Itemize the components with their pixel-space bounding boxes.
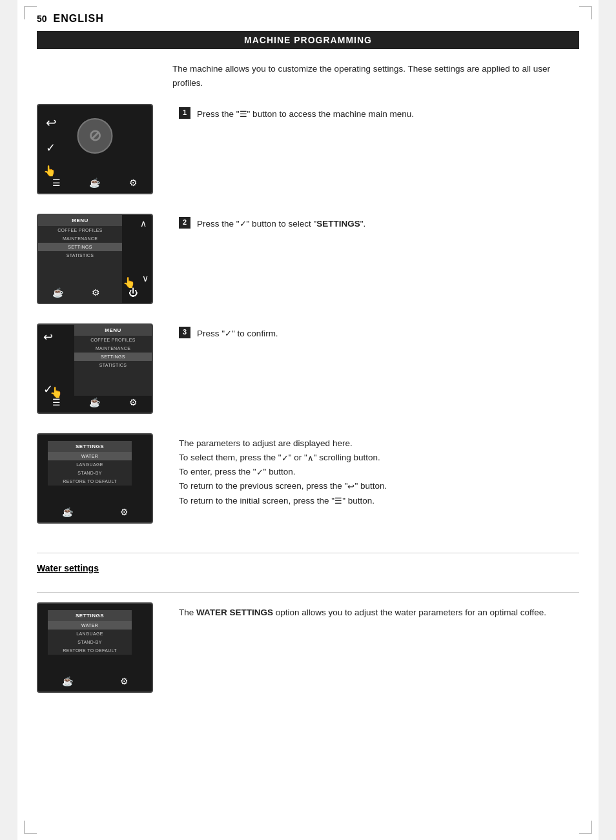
- scroll-up-icon: ∧: [140, 218, 147, 229]
- menu-item-settings: SETTINGS: [38, 243, 122, 251]
- screen2-bottom-icons: ☕ ⚙ ⏻: [38, 287, 152, 298]
- water-divider: [37, 553, 579, 553]
- step-2-row: MENU COFFEE PROFILES MAINTENANCE SETTING…: [37, 214, 579, 304]
- power-icon-2: ⏻: [128, 287, 138, 298]
- settings-restore-5: RESTORE TO DEFAULT: [48, 646, 132, 655]
- params-image: SETTINGS WATER LANGUAGE STAND-BY RESTORE…: [37, 433, 166, 524]
- water-settings-title: Water settings: [37, 563, 579, 573]
- settings-language-4: LANGUAGE: [48, 460, 132, 469]
- screen3-menu-panel: MENU COFFEE PROFILES MAINTENANCE SETTING…: [74, 325, 152, 396]
- menu-title: MENU: [38, 215, 122, 226]
- down-scroll-inline: ✓: [282, 451, 289, 465]
- params-line5: To return to the initial screen, press t…: [179, 494, 579, 508]
- water-settings-header: Water settings: [37, 563, 579, 577]
- screen4-settings-icon: ⚙: [120, 507, 128, 517]
- screen3-item-maintenance: MAINTENANCE: [74, 344, 152, 353]
- enter-checkmark-inline: ✓: [256, 466, 263, 479]
- settings-standby-5: STAND-BY: [48, 638, 132, 646]
- screen4-cup-icon: ☕: [62, 507, 73, 517]
- scroll-down-icon: ∨: [142, 273, 149, 283]
- screen5-bottom-icons: ☕ ⚙: [38, 676, 152, 686]
- corner-mark-tr: [579, 6, 592, 19]
- params-line2: To select them, press the "✓" or "∧" scr…: [179, 451, 579, 465]
- params-row: SETTINGS WATER LANGUAGE STAND-BY RESTORE…: [37, 433, 579, 524]
- params-line3: To enter, press the "✓" button.: [179, 465, 579, 479]
- down-arrow-icon-inline: ✓: [240, 218, 247, 231]
- screen1-bottom-icons: ☰ ☕ ⚙: [38, 178, 152, 188]
- screen3-settings-icon: ⚙: [129, 397, 138, 407]
- screen4-bottom-icons: ☕ ⚙: [38, 507, 152, 517]
- home-btn-inline: ☰: [334, 494, 342, 507]
- step-2-image: MENU COFFEE PROFILES MAINTENANCE SETTING…: [37, 214, 166, 304]
- settings-water-5: WATER: [48, 621, 132, 630]
- back-btn-inline: ↩: [347, 480, 354, 493]
- step-3-text: 3 Press "✓" to confirm.: [179, 323, 579, 341]
- step-number-1: 1: [179, 107, 190, 119]
- page-language: ENGLISH: [54, 13, 104, 25]
- screen3-menu-title: MENU: [74, 325, 152, 336]
- water-settings-text: The WATER SETTINGS option allows you to …: [179, 602, 579, 620]
- page-header: 50 ENGLISH: [37, 13, 579, 25]
- screen5-cup-icon: ☕: [62, 676, 73, 686]
- screen5-settings-icon: ⚙: [120, 676, 128, 686]
- screen4-device: SETTINGS WATER LANGUAGE STAND-BY RESTORE…: [37, 433, 153, 524]
- step-1-content: Press the "☰" button to access the machi…: [197, 107, 414, 121]
- screen2-device: MENU COFFEE PROFILES MAINTENANCE SETTING…: [37, 214, 153, 304]
- settings-language-5: LANGUAGE: [48, 630, 132, 638]
- settings-icon: ⚙: [129, 178, 138, 188]
- step-1-text: 1 Press the "☰" button to access the mac…: [179, 104, 579, 121]
- page-number: 50: [37, 14, 47, 24]
- settings-title-4: SETTINGS: [48, 441, 132, 452]
- screen3-item-coffee: COFFEE PROFILES: [74, 336, 152, 344]
- intro-text: The machine allows you to customize the …: [172, 62, 579, 91]
- checkmark-icon-inline: ✓: [225, 327, 232, 341]
- settings-bold-label: SETTINGS: [316, 219, 360, 229]
- menu-item-maintenance: MAINTENANCE: [38, 234, 122, 243]
- step-number-2: 2: [179, 217, 190, 229]
- menu-item-coffee: COFFEE PROFILES: [38, 226, 122, 234]
- step-1-image: ↩ ✓ ⊘ ☰ ☕ ⚙ 👆: [37, 104, 166, 194]
- corner-mark-bl: [24, 821, 37, 834]
- check-icon: ✓: [46, 141, 56, 155]
- water-settings-row: SETTINGS WATER LANGUAGE STAND-BY RESTORE…: [37, 602, 579, 693]
- center-emblem: ⊘: [77, 118, 113, 154]
- hand-pointer-2: 👆: [123, 276, 136, 289]
- settings-icon-2: ⚙: [92, 287, 100, 298]
- water-settings-paragraph: The WATER SETTINGS option allows you to …: [179, 606, 579, 620]
- step-number-3: 3: [179, 327, 190, 338]
- screen3-cup-icon: ☕: [89, 397, 100, 407]
- settings-panel-4: SETTINGS WATER LANGUAGE STAND-BY RESTORE…: [48, 441, 132, 486]
- step-3-content: Press "✓" to confirm.: [197, 327, 278, 341]
- screen1-device: ↩ ✓ ⊘ ☰ ☕ ⚙ 👆: [37, 104, 153, 194]
- cup-icon: ☕: [89, 178, 100, 188]
- screen3-back-icon: ↩: [43, 330, 53, 344]
- screen3-menu-icon: ☰: [52, 397, 61, 407]
- screen3-item-statistics: STATISTICS: [74, 361, 152, 369]
- water-divider2: [37, 592, 579, 593]
- screen3-device: ↩ MENU COFFEE PROFILES MAINTENANCE SETTI…: [37, 323, 153, 414]
- step-2-text: 2 Press the "✓" button to select "SETTIN…: [179, 214, 579, 231]
- corner-mark-tl: [24, 6, 37, 19]
- settings-restore-4: RESTORE TO DEFAULT: [48, 477, 132, 486]
- params-text: The parameters to adjust are displayed h…: [179, 433, 579, 508]
- corner-mark-br: [579, 821, 592, 834]
- menu-item-statistics: STATISTICS: [38, 251, 122, 260]
- hand-pointer-3: 👆: [50, 386, 63, 398]
- params-line4: To return to the previous screen, press …: [179, 479, 579, 493]
- step-3-image: ↩ MENU COFFEE PROFILES MAINTENANCE SETTI…: [37, 323, 166, 414]
- screen3-item-settings: SETTINGS: [74, 353, 152, 361]
- hand-pointer-1: 👆: [43, 165, 56, 177]
- menu-icon: ☰: [52, 178, 61, 188]
- screen3-bottom-icons: ☰ ☕ ⚙: [38, 397, 152, 407]
- settings-panel-5: SETTINGS WATER LANGUAGE STAND-BY RESTORE…: [48, 610, 132, 655]
- settings-title-5: SETTINGS: [48, 610, 132, 621]
- step-2-content: Press the "✓" button to select "SETTINGS…: [197, 217, 365, 231]
- params-line1: The parameters to adjust are displayed h…: [179, 436, 579, 451]
- menu-button-icon-inline: ☰: [240, 108, 247, 121]
- screen5-device: SETTINGS WATER LANGUAGE STAND-BY RESTORE…: [37, 602, 153, 693]
- step-3-row: ↩ MENU COFFEE PROFILES MAINTENANCE SETTI…: [37, 323, 579, 414]
- settings-water-4: WATER: [48, 452, 132, 460]
- step-1-row: ↩ ✓ ⊘ ☰ ☕ ⚙ 👆: [37, 104, 579, 194]
- cup-icon-2: ☕: [52, 287, 63, 298]
- section-title: MACHINE PROGRAMMING: [37, 31, 579, 49]
